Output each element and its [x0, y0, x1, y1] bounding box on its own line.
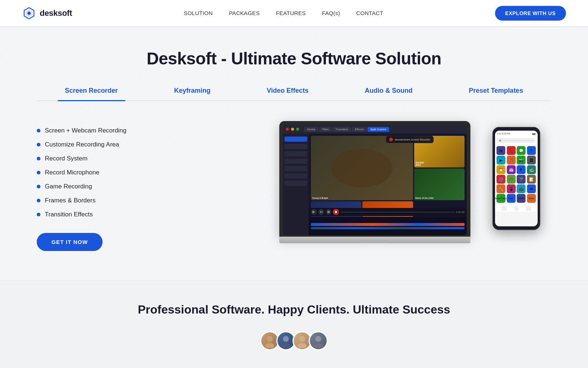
sidebar-item1: [284, 144, 307, 149]
app-icon-10[interactable]: 📅: [507, 165, 516, 174]
search-line: [502, 140, 534, 141]
explore-button[interactable]: EXPLORE WITH US: [495, 6, 566, 21]
app-icon-6[interactable]: 🎵: [507, 156, 516, 164]
mockup-area: Media Titles Transition Effects Split Sc…: [198, 120, 551, 245]
app-icon-20[interactable]: ✉: [527, 184, 536, 193]
content-area: Screen + Webcam Recording Customize Reco…: [37, 116, 551, 266]
list-item: Screen + Webcam Recording: [37, 127, 176, 134]
toolbar-close-dot: [286, 128, 289, 131]
screen-toolbar: Media Titles Transition Effects Split Sc…: [283, 125, 467, 134]
app-icon-5[interactable]: ▶: [496, 156, 505, 164]
ctrl-btn-rec[interactable]: [333, 209, 339, 215]
get-it-now-button[interactable]: GET IT NOW: [37, 233, 103, 251]
rec-text: Wondershare Screen Recorder: [395, 138, 430, 141]
nav-solution[interactable]: SOLUTION: [184, 10, 213, 16]
app-icon-13[interactable]: 🌐: [496, 175, 505, 184]
nav-links: SOLUTION PACKAGES FEATURES FAQ(s) CONTAC…: [184, 10, 383, 17]
ctrl-btn-3[interactable]: [326, 209, 331, 215]
phone-back-button[interactable]: [502, 206, 507, 211]
tab-video-effects[interactable]: Video Effects: [259, 83, 316, 100]
phone-time: 2:21 6:00 AM: [497, 132, 510, 135]
timeline-progress-bar: [340, 212, 455, 213]
timeline-bar-1: [311, 223, 465, 226]
app-icon-17[interactable]: 🔧: [496, 184, 505, 193]
screen-toolbar-tabs: Media Titles Transition Effects Split Sc…: [304, 127, 389, 132]
logo-text: desksoft: [40, 8, 72, 18]
svg-point-6: [265, 343, 274, 348]
avatar-face-2: [279, 333, 293, 348]
nav-packages[interactable]: PACKAGES: [229, 10, 260, 16]
feature-tabs: Screen Recorder Keyframing Video Effects…: [37, 83, 551, 101]
nav-faq[interactable]: FAQ(s): [322, 10, 340, 16]
app-icon-samsung3[interactable]: Health: [517, 194, 526, 203]
phone-mockup: 2:21 6:00 AM ▮▮▮ ⊞: [492, 127, 540, 230]
phone-battery: ▮▮▮: [532, 132, 535, 135]
nav-features[interactable]: FEATURES: [276, 10, 306, 16]
app-icon-18[interactable]: 📱: [507, 184, 516, 193]
app-icon-samsung4[interactable]: Notes: [527, 194, 536, 203]
hero-section: Desksoft - Ultimate Software Solution Sc…: [0, 26, 588, 280]
app-icon-7[interactable]: 📷: [517, 156, 526, 164]
svg-marker-0: [312, 210, 315, 213]
svg-rect-1: [320, 211, 321, 213]
ctrl-btn-1[interactable]: [311, 209, 317, 215]
app-icon-9[interactable]: ⏰: [496, 165, 505, 174]
phone-bottom-bar: [495, 204, 538, 212]
sidebar-item6: [284, 181, 307, 186]
toolbar-min-dot: [291, 128, 294, 131]
app-icon-15[interactable]: 🎬: [517, 175, 526, 184]
thumb-label: Young & Bright: [312, 197, 328, 199]
sidebar-item4: [284, 166, 307, 171]
app-icon-samsung2[interactable]: Pay: [507, 194, 516, 203]
timeline-bar-2: [311, 227, 465, 229]
rec-dot: [389, 138, 393, 141]
screen-sidebar: [283, 134, 309, 235]
phone-search-inner[interactable]: [497, 138, 535, 143]
app-icon-3[interactable]: 💬: [517, 146, 526, 155]
phone-recents-button[interactable]: [526, 206, 531, 211]
tab-preset-templates[interactable]: Preset Templates: [462, 83, 531, 100]
features-list: Screen + Webcam Recording Customize Reco…: [37, 120, 176, 251]
tab-screen-recorder[interactable]: Screen Recorder: [58, 83, 125, 100]
app-icon-1[interactable]: ⊞: [496, 146, 505, 155]
phone-home-button[interactable]: [514, 206, 519, 211]
phone-search-bar: [495, 137, 538, 145]
recording-badge: Wondershare Screen Recorder: [386, 136, 434, 143]
laptop-base: [279, 237, 470, 243]
navbar: desksoft SOLUTION PACKAGES FEATURES FAQ(…: [0, 0, 588, 26]
app-icon-samsung1[interactable]: SmartThings: [496, 194, 505, 203]
app-icon-16[interactable]: 📝: [527, 175, 536, 184]
app-icon-2[interactable]: 📞: [507, 146, 516, 155]
app-icon-8[interactable]: 🖼: [527, 156, 536, 164]
logo-icon: [22, 6, 36, 20]
tab-keyframing[interactable]: Keyframing: [167, 83, 218, 100]
stats-title: Professional Software. Happy Clients. Ul…: [37, 303, 551, 316]
avatar-4: [309, 331, 328, 350]
nav-contact[interactable]: CONTACT: [356, 10, 383, 16]
laptop-notch: [360, 240, 390, 243]
ctrl-icon-2: [320, 210, 323, 213]
svg-point-12: [314, 343, 323, 348]
tab-media: Media: [304, 127, 318, 132]
sidebar-item5: [284, 173, 307, 178]
tab-split-screen: Split Screen: [368, 127, 389, 132]
list-item: Game Recording: [37, 183, 176, 190]
tab-transitions: Transition: [333, 127, 351, 132]
toolbar-max-dot: [296, 128, 299, 131]
list-item: Record System: [37, 155, 176, 162]
tab-titles: Titles: [319, 127, 332, 132]
svg-point-5: [267, 336, 273, 342]
avatar-face-4: [311, 333, 326, 348]
logo-link[interactable]: desksoft: [22, 6, 72, 20]
svg-point-7: [283, 336, 289, 342]
app-icon-19[interactable]: 💼: [517, 184, 526, 193]
app-icon-11[interactable]: 🎙: [517, 165, 526, 174]
sidebar-item3: [284, 159, 307, 164]
app-icon-12[interactable]: 📻: [527, 165, 536, 174]
svg-point-9: [299, 336, 305, 342]
phone-status-bar: 2:21 6:00 AM ▮▮▮: [495, 131, 538, 137]
app-icon-14[interactable]: 🎮: [507, 175, 516, 184]
ctrl-btn-2[interactable]: [318, 209, 324, 215]
app-icon-4[interactable]: f: [527, 146, 536, 155]
tab-audio-sound[interactable]: Audio & Sound: [358, 83, 420, 100]
